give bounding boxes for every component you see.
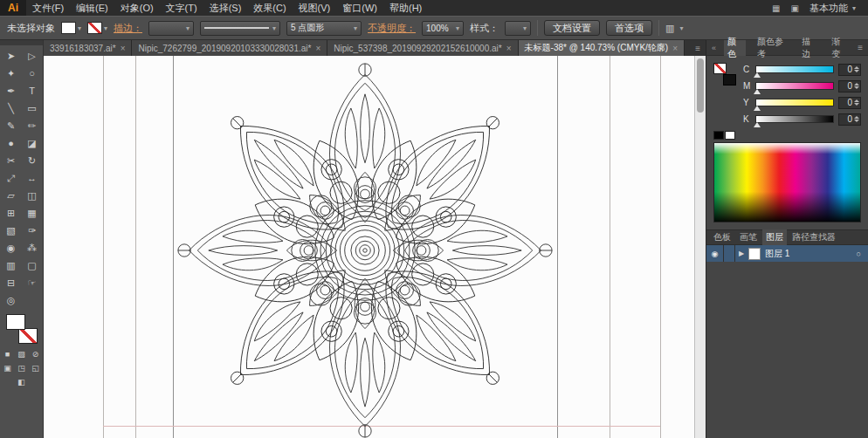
type-tool[interactable]: T: [22, 82, 43, 99]
value-spinner[interactable]: [854, 83, 859, 89]
tab-layers[interactable]: 图层: [762, 229, 787, 245]
blend-tool[interactable]: ◉: [1, 239, 22, 257]
tab-color-guide[interactable]: 颜色参考: [754, 40, 790, 56]
mesh-tool[interactable]: ▦: [22, 204, 43, 222]
selection-tool[interactable]: ➤: [1, 47, 22, 65]
tab-swatches[interactable]: 色板: [710, 229, 734, 245]
paintbrush-tool[interactable]: ✎: [1, 117, 22, 134]
blob-brush-tool[interactable]: ●: [1, 134, 22, 152]
gradient-tool[interactable]: ▧: [1, 222, 22, 239]
tab-pathfinder[interactable]: 路径查找器: [789, 229, 839, 245]
fill-color-swatch[interactable]: [6, 314, 25, 330]
black-swatch[interactable]: [713, 131, 724, 140]
black-slider[interactable]: [755, 115, 834, 123]
value-spinner[interactable]: [854, 66, 859, 72]
magenta-slider[interactable]: [755, 82, 834, 90]
collapse-dock-icon[interactable]: «: [712, 44, 716, 52]
slice-tool[interactable]: ⊟: [1, 274, 22, 291]
cyan-slider[interactable]: [755, 65, 834, 73]
black-value-field[interactable]: 0: [838, 113, 861, 126]
perspective-grid-tool[interactable]: ⊞: [1, 204, 22, 222]
artboard-tool[interactable]: ▢: [22, 257, 43, 274]
document-tab-active[interactable]: 未标题-38* @ 140.73% (CMYK/轮廓) ×: [519, 40, 685, 56]
visibility-eye-icon[interactable]: ◉: [706, 245, 724, 262]
stroke-weight-dropdown[interactable]: ▾: [148, 21, 194, 36]
menu-help[interactable]: 帮助(H): [383, 0, 428, 16]
yellow-value-field[interactable]: 0: [838, 97, 861, 109]
opacity-dropdown[interactable]: 100% ▾: [422, 21, 464, 36]
draw-inside-icon[interactable]: ◱: [29, 361, 43, 375]
preferences-button[interactable]: 首选项: [606, 20, 652, 36]
scrollbar-thumb[interactable]: [697, 58, 704, 113]
tab-stroke[interactable]: 描边: [798, 40, 820, 56]
yellow-slider[interactable]: [755, 99, 834, 106]
menu-select[interactable]: 选择(S): [203, 0, 248, 16]
symbol-sprayer-tool[interactable]: ⁂: [22, 239, 43, 257]
hand-tool[interactable]: ☞: [22, 274, 43, 291]
document-setup-button[interactable]: 文档设置: [544, 20, 600, 36]
pen-tool[interactable]: ✒: [1, 82, 22, 99]
menu-edit[interactable]: 编辑(E): [70, 0, 114, 16]
tab-list-menu-icon[interactable]: ≡: [690, 40, 706, 56]
tab-color[interactable]: 颜色: [724, 40, 746, 56]
workspace-switcher[interactable]: 基本功能 ▾: [809, 2, 856, 15]
stroke-black-swatch[interactable]: [723, 74, 736, 86]
fill-none-swatch[interactable]: [713, 63, 727, 74]
stroke-swatch[interactable]: [87, 22, 102, 34]
align-icon[interactable]: ▥: [665, 23, 673, 34]
fill-stroke-indicator[interactable]: [713, 63, 736, 86]
vertical-scrollbar[interactable]: [694, 56, 706, 438]
line-segment-tool[interactable]: ╲: [1, 99, 22, 117]
disclosure-arrow-icon[interactable]: ▶: [735, 250, 747, 257]
cyan-value-field[interactable]: 0: [838, 64, 861, 76]
stroke-color-swatch[interactable]: [18, 328, 38, 344]
magenta-value-field[interactable]: 0: [838, 80, 861, 92]
scale-tool[interactable]: ⤢: [1, 169, 22, 187]
direct-selection-tool[interactable]: ▷: [22, 47, 43, 65]
menu-view[interactable]: 视图(V): [293, 0, 337, 16]
close-icon[interactable]: ×: [506, 44, 512, 53]
free-transform-tool[interactable]: ▱: [1, 187, 22, 204]
zoom-tool[interactable]: ◎: [1, 291, 22, 309]
panel-menu-icon[interactable]: ≡: [858, 43, 863, 52]
shape-builder-tool[interactable]: ◫: [22, 187, 43, 204]
rectangle-tool[interactable]: ▭: [22, 99, 43, 117]
tools-panel-grip[interactable]: [0, 40, 43, 45]
fill-color-control[interactable]: ▾: [61, 22, 81, 34]
variable-width-dropdown[interactable]: ▾: [200, 21, 280, 36]
lasso-tool[interactable]: ○: [22, 65, 43, 82]
menu-file[interactable]: 文件(F): [26, 0, 70, 16]
lock-toggle-cell[interactable]: [724, 245, 735, 262]
scissors-tool[interactable]: ✂: [1, 152, 22, 169]
color-mini-icon[interactable]: ■: [1, 347, 15, 361]
value-spinner[interactable]: [854, 99, 859, 106]
close-icon[interactable]: ×: [315, 44, 320, 53]
menu-window[interactable]: 窗口(W): [336, 0, 383, 16]
tab-gradient[interactable]: 渐变: [828, 40, 850, 56]
tab-brushes[interactable]: 画笔: [736, 229, 761, 245]
opacity-panel-link[interactable]: 不透明度：: [368, 22, 416, 35]
brush-definition-dropdown[interactable]: 5 点圆形 ▾: [286, 21, 362, 36]
bridge-icon[interactable]: ▦: [772, 3, 780, 13]
layer-thumbnail[interactable]: [748, 248, 761, 260]
magic-wand-tool[interactable]: ✦: [1, 65, 22, 82]
slider-thumb[interactable]: [754, 89, 761, 94]
width-tool[interactable]: ↔: [22, 169, 43, 187]
eyedropper-tool[interactable]: ✑: [22, 222, 43, 239]
none-mini-icon[interactable]: ⊘: [29, 347, 43, 361]
layer-row-selected[interactable]: ◉ ▶ 图层 1 ○: [706, 245, 868, 262]
stroke-panel-link[interactable]: 描边：: [114, 22, 142, 35]
menu-effect[interactable]: 效果(C): [247, 0, 292, 16]
menu-type[interactable]: 文字(T): [160, 0, 203, 16]
slider-thumb[interactable]: [754, 106, 761, 111]
pencil-tool[interactable]: ✏: [22, 117, 43, 134]
color-spectrum[interactable]: [713, 142, 861, 222]
fill-stroke-widget[interactable]: [6, 314, 38, 344]
document-tab[interactable]: Nipic_7262799_20190920103330028031.ai* ×: [132, 40, 327, 56]
rotate-tool[interactable]: ↻: [22, 152, 43, 169]
fill-swatch[interactable]: [61, 22, 76, 34]
close-icon[interactable]: ×: [121, 44, 126, 53]
canvas-area[interactable]: [44, 56, 706, 438]
column-graph-tool[interactable]: ▥: [1, 257, 22, 274]
draw-behind-icon[interactable]: ◳: [15, 361, 29, 375]
